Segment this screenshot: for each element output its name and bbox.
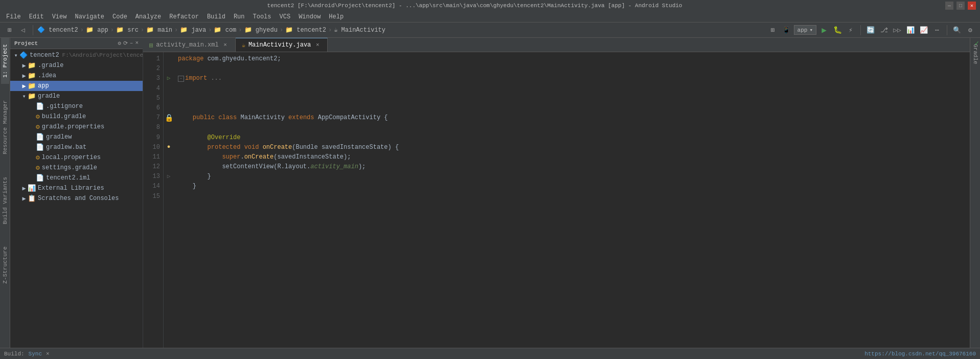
tab-build-variants[interactable]: Build Variants [1,171,9,230]
tree-item-extlibs[interactable]: ▶ 📊 External Libraries [10,183,143,193]
menu-edit[interactable]: Edit [25,12,48,21]
menu-analyze[interactable]: Analyze [131,12,165,21]
toolbar-profiler[interactable]: 📈 [918,25,929,36]
tab-mainactivity-java[interactable]: ☕ MainActivity.java × [236,38,328,52]
toolbar-back-btn[interactable]: ◁ [17,25,29,36]
run-button[interactable]: ▶ [818,25,830,36]
tree-item-gradle[interactable]: ▾ 📁 gradle [10,91,143,101]
tab-project[interactable]: 1: Project [1,38,9,84]
breadcrumb-mainactivity[interactable]: ☕ MainActivity [334,26,385,34]
project-sync-icon[interactable]: ⟳ [123,40,128,47]
breadcrumb-main[interactable]: 📁 main [146,26,172,34]
build-ok-icon: ✓ [975,39,979,48]
breadcrumb: 🔷 tencent2 › 📁 app › 📁 src › 📁 main › 📁 … [37,26,385,34]
right-sidebar: Gradle ✓ [970,38,980,348]
toolbar-device-manager[interactable]: 📱 [781,25,792,36]
sync-close[interactable]: × [46,351,50,357]
code-line-12: setContentView(R.layout.activity_main); [178,162,966,172]
toolbar-sync[interactable]: 🔄 [865,25,876,36]
tree-item-root[interactable]: ▾ 🔷 tencent2 F:\Android\Project\tencent2 [10,50,143,60]
breadcrumb-app[interactable]: 📁 app [86,26,108,34]
tree-item-dotgradle[interactable]: ▶ 📁 .gradle [10,60,143,71]
breadcrumb-tencent2[interactable]: 🔷 tencent2 [37,26,78,34]
menu-window[interactable]: Window [294,12,325,21]
tree-item-settingsgradle[interactable]: ⚙ settings.gradle [10,163,143,173]
left-sidebar-tabs: 1: Project Resource Manager Build Varian… [0,38,10,348]
menu-code[interactable]: Code [108,12,131,21]
menu-run[interactable]: Run [230,12,249,21]
status-bar: Build: Sync × https://blog.csdn.net/qq_3… [0,348,980,359]
maximize-button[interactable]: □ [956,2,965,10]
menu-view[interactable]: View [48,12,71,21]
toolbar-settings[interactable]: ⚙ [965,25,976,36]
tab-activity-main-xml[interactable]: ▤ activity_main.xml × [143,38,236,52]
editor-area: ▤ activity_main.xml × ☕ MainActivity.jav… [143,38,970,348]
tree-item-gitignore[interactable]: 📄 .gitignore [10,101,143,111]
menu-refactor[interactable]: Refactor [165,12,203,21]
close-button[interactable]: ✕ [968,2,976,10]
toolbar-search-everywhere[interactable]: ⊞ [767,25,779,36]
code-line-14: } [178,182,966,191]
project-header-icons: ⚙ ⟳ – × [118,40,139,47]
toolbar: ⊞ ◁ 🔷 tencent2 › 📁 app › 📁 src › 📁 main … [0,23,980,38]
tree-item-app[interactable]: ▶ 📁 app [10,81,143,91]
build-label: Build: [4,351,25,357]
code-line-2 [178,64,966,74]
menu-build[interactable]: Build [203,12,230,21]
tab-close-java[interactable]: × [314,41,321,49]
tree-item-buildgradle[interactable]: ⚙ build.gradle [10,111,143,122]
code-editor: 1 2 3 4 5 6 7 8 9 10 11 12 13 14 15 ▷ [143,52,970,348]
tree-item-scratches[interactable]: ▶ 📋 Scratches and Consoles [10,193,143,204]
app-dropdown[interactable]: app▾ [794,25,816,35]
code-line-3: -import ... [178,74,966,83]
tree-item-localprops[interactable]: ⚙ local.properties [10,152,143,163]
breadcrumb-tencent2-pkg[interactable]: 📁 tencent2 [285,26,326,34]
tab-z-structure[interactable]: Z-Structure [1,240,9,290]
code-line-1: package com.ghyedu.tencent2; [178,54,966,64]
toolbar-more[interactable]: ⋯ [931,25,943,36]
menu-help[interactable]: Help [325,12,348,21]
toolbar-layout-btn[interactable]: ⊞ [4,25,15,36]
menu-vcs[interactable]: VCS [276,12,295,21]
minimize-button[interactable]: — [945,2,953,10]
window-controls: — □ ✕ [945,2,976,10]
project-close-icon[interactable]: × [135,40,139,47]
menu-tools[interactable]: Tools [249,12,276,21]
project-header-title: Project [14,40,38,47]
code-line-5 [178,94,966,103]
code-content[interactable]: package com.ghyedu.tencent2; -import ...… [174,52,970,348]
tab-resource-manager[interactable]: Resource Manager [1,94,9,161]
tree-item-gradlew[interactable]: 📄 gradlew [10,132,143,142]
tree-item-gradlewbat[interactable]: 📄 gradlew.bat [10,142,143,152]
menu-file[interactable]: File [2,12,25,21]
tab-label-java: MainActivity.java [248,41,311,49]
breadcrumb-src[interactable]: 📁 src [116,26,139,34]
tree-item-dotidea[interactable]: ▶ 📁 .idea [10,71,143,81]
breadcrumb-java[interactable]: 📁 java [180,26,206,34]
profile-button[interactable]: ⚡ [845,25,856,36]
breadcrumb-ghyedu[interactable]: 📁 ghyedu [244,26,278,34]
toolbar-git[interactable]: ⎇ [878,25,890,36]
project-collapse-icon[interactable]: – [130,40,133,47]
tree-item-iml[interactable]: 📄 tencent2.iml [10,173,143,183]
debug-button[interactable]: 🐛 [832,25,843,36]
toolbar-coverage[interactable]: 📊 [905,25,916,36]
tab-close-xml[interactable]: × [222,41,229,49]
breadcrumb-com[interactable]: 📁 com [214,26,236,34]
tree-item-gradleprops[interactable]: ⚙ gradle.properties [10,122,143,132]
toolbar-run-tests[interactable]: ▷▷ [892,25,903,36]
toolbar-search[interactable]: 🔍 [951,25,963,36]
menu-navigate[interactable]: Navigate [71,12,108,21]
code-line-7: public class MainActivity extends AppCom… [178,113,966,123]
blog-link[interactable]: https://blog.csdn.net/qq_39676160 [864,351,976,357]
project-tree: ▾ 🔷 tencent2 F:\Android\Project\tencent2… [10,49,143,348]
code-line-11: super.onCreate(savedInstanceState); [178,152,966,162]
code-line-9: @Override [178,133,966,143]
sync-button[interactable]: Sync [29,351,42,357]
menu-bar: File Edit View Navigate Code Analyze Ref… [0,11,980,23]
project-settings-icon[interactable]: ⚙ [118,40,121,47]
code-line-13: } [178,172,966,182]
editor-tabs: ▤ activity_main.xml × ☕ MainActivity.jav… [143,38,970,52]
title-text: tencent2 [F:\Android\Project\tencent2] -… [4,3,945,9]
code-line-6 [178,103,966,113]
